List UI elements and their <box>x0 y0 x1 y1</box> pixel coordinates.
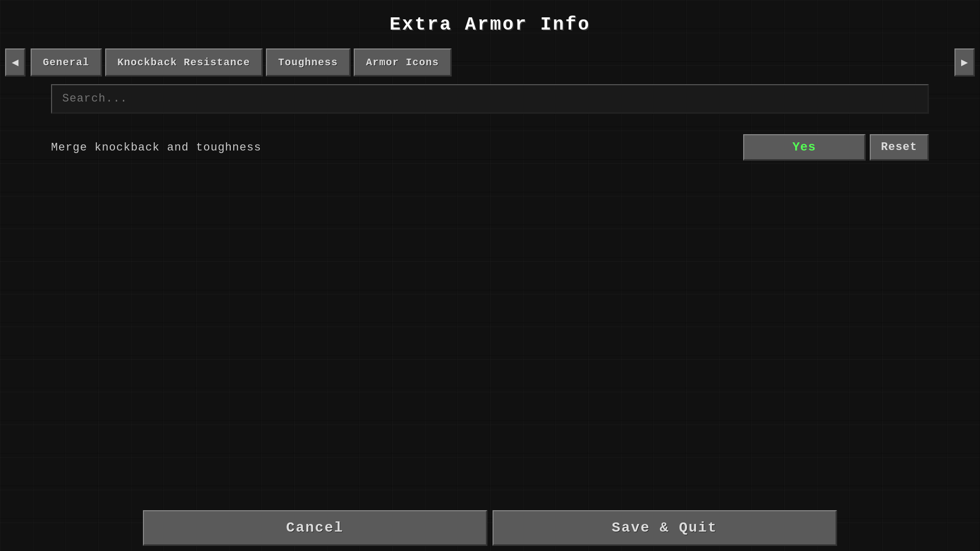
content-area: Merge knockback and toughness Yes Reset <box>51 84 929 500</box>
settings-row-merge: Merge knockback and toughness Yes Reset <box>51 129 929 166</box>
search-input[interactable] <box>51 84 929 114</box>
page-title: Extra Armor Info <box>0 14 980 35</box>
tab-general[interactable]: General <box>31 48 102 77</box>
nav-arrow-left[interactable]: ◀ <box>5 48 26 77</box>
save-quit-button[interactable]: Save & Quit <box>493 510 837 546</box>
tab-bar: General Knockback Resistance Toughness A… <box>31 48 949 77</box>
search-container <box>51 84 929 114</box>
nav-arrow-right[interactable]: ▶ <box>954 48 975 77</box>
setting-controls-merge: Yes Reset <box>743 134 929 161</box>
reset-merge-button[interactable]: Reset <box>870 134 929 161</box>
cancel-button[interactable]: Cancel <box>143 510 487 546</box>
chevron-left-icon: ◀ <box>12 56 18 69</box>
bottom-buttons: Cancel Save & Quit <box>0 505 980 551</box>
tab-armor-icons[interactable]: Armor Icons <box>354 48 452 77</box>
chevron-right-icon: ▶ <box>961 56 968 69</box>
toggle-merge-button[interactable]: Yes <box>743 134 866 161</box>
setting-label-merge: Merge knockback and toughness <box>51 141 261 154</box>
tab-toughness[interactable]: Toughness <box>266 48 351 77</box>
tab-knockback-resistance[interactable]: Knockback Resistance <box>105 48 263 77</box>
